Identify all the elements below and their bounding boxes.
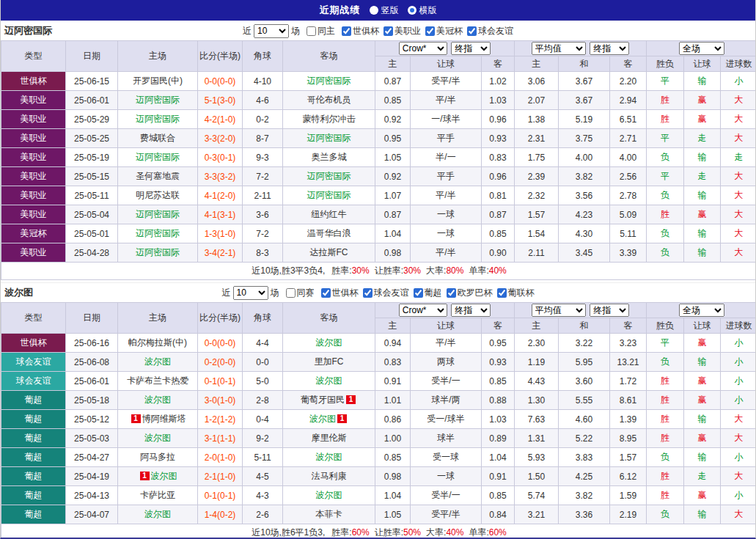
match-score[interactable]: 3-3(3-2) [198,167,243,186]
away-team[interactable]: 温哥华白浪 [283,224,375,243]
result-handicap: 输 [684,410,721,429]
match-score[interactable]: 4-2(1-0) [198,110,243,129]
match-score[interactable]: 1-4(0-2) [198,505,243,524]
layout-option-horizontal[interactable]: 横版 [408,4,437,17]
competition-filter[interactable]: 球会友谊 [467,25,513,37]
match-score[interactable]: 5-1(3-0) [198,91,243,110]
competition-filter[interactable]: 欧罗巴杯 [447,287,493,299]
scope-select[interactable]: 全场 [679,304,724,317]
bookmaker-select[interactable]: Crow* [399,304,447,317]
match-score[interactable]: 3-1(1-1) [198,429,243,448]
away-team[interactable]: 波尔图 [283,486,375,505]
final-odds-select[interactable]: 终指 [451,304,491,317]
competition-checkbox[interactable] [383,26,393,36]
away-team[interactable]: 法马利康 [283,467,375,486]
away-team[interactable]: 迈阿密国际 [283,186,375,205]
competition-checkbox[interactable] [467,26,477,36]
same-filter[interactable]: 同主 [307,25,335,37]
match-score[interactable]: 3-0(1-0) [198,391,243,410]
home-team[interactable]: 阿马多拉 [118,448,198,467]
scope-select[interactable]: 全场 [679,42,724,55]
match-count-select[interactable]: 10 [254,24,289,38]
match-score[interactable]: 0-2(0-0) [198,353,243,372]
home-team[interactable]: 圣何塞地震 [118,167,198,186]
match-score[interactable]: 1-2(1-2) [198,410,243,429]
match-score[interactable]: 3-3(2-0) [198,129,243,148]
match-score[interactable]: 0-0(0-0) [198,72,243,91]
same-filter-checkbox[interactable] [286,288,296,298]
home-team[interactable]: 1波尔图 [118,467,198,486]
away-team[interactable]: 摩里伦斯 [283,429,375,448]
competition-filter[interactable]: 葡超 [414,287,442,299]
match-score[interactable]: 0-1(0-1) [198,372,243,391]
away-team[interactable]: 迈阿密国际 [283,129,375,148]
handicap-line: 受一球 [411,448,482,467]
home-team[interactable]: 迈阿密国际 [118,148,198,167]
home-team[interactable]: 迈阿密国际 [118,91,198,110]
home-team[interactable]: 迈阿密国际 [118,110,198,129]
match-count-select[interactable]: 10 [233,286,268,300]
match-score[interactable]: 0-0(0-0) [198,334,243,353]
home-team[interactable]: 开罗国民(中) [118,72,198,91]
competition-checkbox[interactable] [363,288,373,298]
home-team[interactable]: 迈阿密国际 [118,224,198,243]
match-score[interactable]: 4-1(2-0) [198,186,243,205]
away-team[interactable]: 本菲卡 [283,505,375,524]
competition-checkbox[interactable] [342,26,351,36]
competition-checkbox[interactable] [447,288,456,298]
home-team[interactable]: 波尔图 [118,505,198,524]
bookmaker-select[interactable]: Crow* [399,42,447,55]
home-team[interactable]: 迈阿密国际 [118,243,198,263]
away-team[interactable]: 达拉斯FC [283,243,375,263]
home-team[interactable]: 波尔图 [118,429,198,448]
match-score[interactable]: 0-3(0-1) [198,148,243,167]
competition-checkbox[interactable] [497,288,507,298]
match-score[interactable]: 1-3(1-0) [198,224,243,243]
final-odds-select-2[interactable]: 终指 [590,304,629,317]
home-team[interactable]: 波尔图 [118,353,198,372]
match-score[interactable]: 3-4(2-1) [198,243,243,263]
match-score[interactable]: 4-1(3-1) [198,205,243,224]
final-odds-select[interactable]: 终指 [451,42,491,55]
competition-filter[interactable]: 葡联杯 [497,287,535,299]
home-team[interactable]: 卡萨布兰卡热爱 [118,372,198,391]
home-team[interactable]: 明尼苏达联 [118,186,198,205]
competition-checkbox[interactable] [414,288,423,298]
match-score[interactable]: 2-0(1-0) [198,448,243,467]
away-team[interactable]: 迈阿密国际 [283,167,375,186]
competition-checkbox[interactable] [425,26,435,36]
match-score[interactable]: 0-1(0-1) [198,486,243,505]
layout-option-vertical[interactable]: 竖版 [370,4,399,17]
home-team[interactable]: 波尔图 [118,391,198,410]
competition-checkbox[interactable] [321,288,331,298]
same-filter[interactable]: 同赛 [286,287,315,299]
away-team[interactable]: 波尔图 [283,448,375,467]
average-select[interactable]: 平均值 [532,42,586,55]
match-row: 美职业25-05-19迈阿密国际0-3(0-1)9-3奥兰多城1.05半/一0.… [1,148,756,167]
away-team[interactable]: 纽约红牛 [283,205,375,224]
home-team[interactable]: 费城联合 [118,129,198,148]
competition-filter[interactable]: 美职业 [383,25,421,37]
competition-filter[interactable]: 世俱杯 [342,25,379,37]
away-team[interactable]: 波尔图 [283,334,375,353]
away-team[interactable]: 波尔图1 [283,410,375,429]
away-team[interactable]: 波尔图 [283,372,375,391]
away-team[interactable]: 葡萄牙国民1 [283,391,375,410]
same-filter-checkbox[interactable] [307,26,316,36]
home-team[interactable]: 帕尔梅拉斯(中) [118,334,198,353]
average-select[interactable]: 平均值 [532,304,586,317]
col-header-corner: 角球 [243,41,283,72]
competition-filter[interactable]: 球会友谊 [363,287,409,299]
home-team[interactable]: 迈阿密国际 [118,205,198,224]
competition-filter[interactable]: 世俱杯 [321,287,359,299]
away-team[interactable]: 哥伦布机员 [283,91,375,110]
home-team[interactable]: 1博阿维斯塔 [118,410,198,429]
away-team[interactable]: 里加FC [283,353,375,372]
away-team[interactable]: 蒙特利尔冲击 [283,110,375,129]
away-team[interactable]: 奥兰多城 [283,148,375,167]
match-score[interactable]: 2-1(1-0) [198,467,243,486]
competition-filter[interactable]: 美冠杯 [425,25,463,37]
away-team[interactable]: 迈阿密国际 [283,72,375,91]
home-team[interactable]: 卡萨比亚 [118,486,198,505]
final-odds-select-2[interactable]: 终指 [590,42,629,55]
